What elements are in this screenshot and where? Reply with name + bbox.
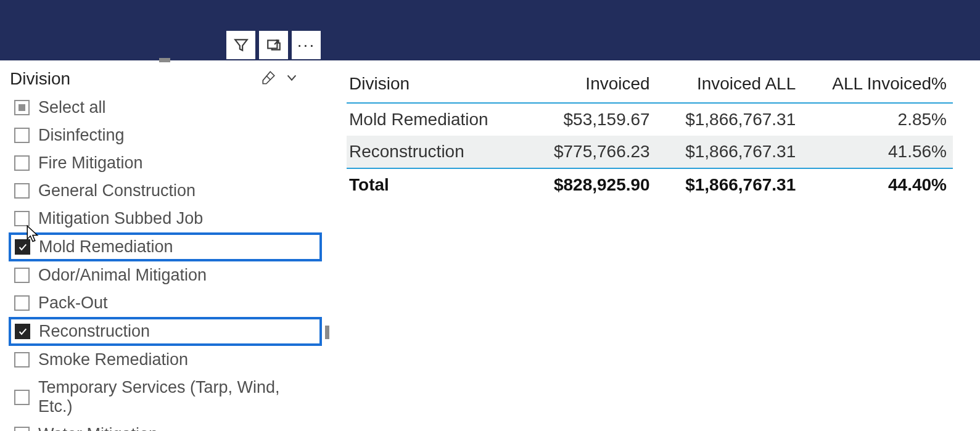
filter-button[interactable] (226, 31, 255, 59)
slicer-item-label: Mold Remediation (39, 237, 173, 257)
slicer-item-7[interactable]: Pack-Out (9, 289, 322, 317)
visual-toolbar: ··· (226, 31, 321, 59)
total-label: Total (347, 168, 528, 201)
total-invoiced: $828,925.90 (528, 168, 656, 201)
slicer-item-1[interactable]: Disinfecting (9, 121, 322, 149)
chevron-down-icon (285, 71, 299, 84)
slicer-item-label: Reconstruction (39, 322, 150, 341)
resize-handle-right[interactable] (325, 326, 329, 339)
clear-selections-button[interactable] (260, 70, 276, 88)
slicer-item-label: Water Mitigation (38, 425, 158, 431)
focus-icon (266, 37, 282, 53)
cell-invoiced: $775,766.23 (528, 136, 656, 168)
check-icon (18, 327, 28, 337)
slicer-item-label: Disinfecting (38, 126, 125, 145)
slicer-item-label: Fire Mitigation (38, 154, 143, 173)
content-area: Division Select allDisinfectingFire Miti… (0, 60, 980, 431)
slicer-item-11[interactable]: Water Mitigation (9, 421, 322, 431)
svg-rect-0 (268, 40, 277, 48)
checkbox[interactable] (14, 295, 30, 311)
slicer-item-label: General Construction (38, 181, 196, 200)
col-division[interactable]: Division (347, 69, 528, 103)
slicer-dropdown-toggle[interactable] (285, 71, 299, 87)
invoice-table-visual: Division Invoiced Invoiced ALL ALL Invoi… (327, 60, 980, 431)
col-invoiced-pct[interactable]: ALL Invoiced% (802, 69, 953, 103)
checkbox[interactable] (14, 427, 30, 431)
checkbox[interactable] (14, 183, 30, 199)
slicer-item-label: Temporary Services (Tarp, Wind, Etc.) (38, 378, 316, 416)
slicer-item-2[interactable]: Fire Mitigation (9, 149, 322, 177)
resize-handle-top[interactable] (159, 58, 170, 62)
slicer-item-0[interactable]: Select all (9, 94, 322, 121)
cell-pct: 41.56% (802, 136, 953, 168)
slicer-title: Division (10, 69, 70, 89)
more-options-button[interactable]: ··· (292, 31, 321, 59)
table-row[interactable]: Mold Remediation$53,159.67$1,866,767.312… (347, 103, 953, 136)
slicer-item-3[interactable]: General Construction (9, 177, 322, 205)
slicer-item-4[interactable]: Mitigation Subbed Job (9, 205, 322, 232)
cell-pct: 2.85% (802, 103, 953, 136)
slicer-item-10[interactable]: Temporary Services (Tarp, Wind, Etc.) (9, 374, 322, 421)
top-bar: ··· (0, 0, 980, 60)
slicer-header: Division (9, 67, 322, 94)
cell-division: Reconstruction (347, 136, 528, 168)
checkbox[interactable] (15, 239, 30, 255)
slicer-item-label: Pack-Out (38, 293, 108, 313)
checkbox[interactable] (14, 100, 30, 115)
table-body: Mold Remediation$53,159.67$1,866,767.312… (347, 103, 953, 168)
cell-invoiced: $53,159.67 (528, 103, 656, 136)
cell-division: Mold Remediation (347, 103, 528, 136)
table-row[interactable]: Reconstruction$775,766.23$1,866,767.3141… (347, 136, 953, 168)
table-total-row[interactable]: Total $828,925.90 $1,866,767.31 44.40% (347, 168, 953, 201)
total-invoiced-all: $1,866,767.31 (656, 168, 802, 201)
invoice-table[interactable]: Division Invoiced Invoiced ALL ALL Invoi… (347, 69, 953, 201)
eraser-icon (260, 70, 276, 86)
col-invoiced-all[interactable]: Invoiced ALL (656, 69, 802, 103)
slicer-item-5[interactable]: Mold Remediation (9, 232, 322, 261)
slicer-item-label: Select all (38, 98, 106, 117)
slicer-item-9[interactable]: Smoke Remediation (9, 346, 322, 374)
check-icon (18, 242, 28, 252)
checkbox[interactable] (14, 390, 30, 405)
col-invoiced[interactable]: Invoiced (528, 69, 656, 103)
division-slicer: Division Select allDisinfectingFire Miti… (0, 60, 327, 431)
slicer-item-6[interactable]: Odor/Animal Mitigation (9, 261, 322, 289)
checkbox[interactable] (14, 155, 30, 171)
cell-invoiced_all: $1,866,767.31 (656, 136, 802, 168)
focus-mode-button[interactable] (259, 31, 288, 59)
checkbox[interactable] (15, 324, 30, 339)
slicer-item-label: Odor/Animal Mitigation (38, 266, 207, 285)
slicer-item-label: Mitigation Subbed Job (38, 209, 203, 228)
total-pct: 44.40% (802, 168, 953, 201)
slicer-item-8[interactable]: Reconstruction (9, 317, 322, 346)
checkbox[interactable] (14, 268, 30, 283)
filter-icon (233, 37, 249, 53)
checkbox[interactable] (14, 352, 30, 367)
slicer-list: Select allDisinfectingFire MitigationGen… (9, 94, 322, 431)
checkbox[interactable] (14, 211, 30, 226)
slicer-item-label: Smoke Remediation (38, 350, 188, 369)
checkbox[interactable] (14, 128, 30, 143)
cell-invoiced_all: $1,866,767.31 (656, 103, 802, 136)
table-header-row: Division Invoiced Invoiced ALL ALL Invoi… (347, 69, 953, 103)
